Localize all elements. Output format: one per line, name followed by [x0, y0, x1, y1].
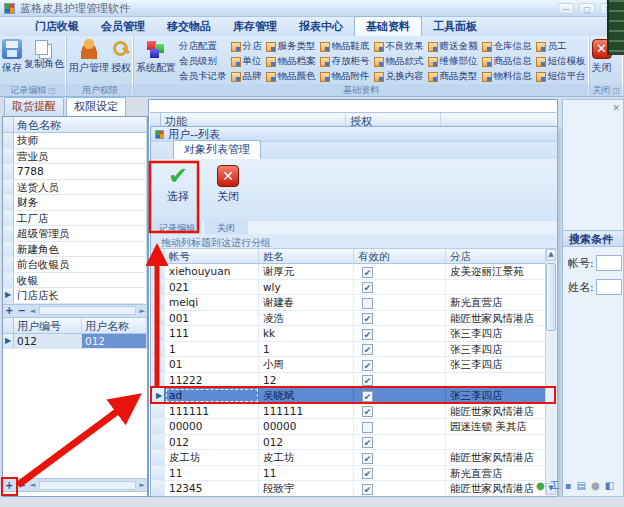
user-table-row[interactable]: 001凌浩能匠世家风情港店	[152, 311, 545, 327]
user-table-row[interactable]: ▶ad吴晓斌张三李四店	[152, 388, 545, 404]
checkbox-icon[interactable]	[362, 422, 373, 433]
user-table-row[interactable]: xiehouyuan谢厚元皮美迩丽江景苑	[152, 264, 545, 280]
ribbon-item[interactable]: 商品信息	[480, 54, 534, 69]
ribbon-item[interactable]: 会员卡记录	[177, 69, 229, 84]
ribbon-item[interactable]: 物品款式	[372, 54, 426, 69]
checkbox-icon[interactable]	[362, 360, 373, 371]
user-table-row[interactable]: 01小周张三李四店	[152, 357, 545, 373]
tab-object-list[interactable]: 对象列表管理	[173, 140, 261, 159]
role-row[interactable]: 超级管理员	[3, 226, 147, 242]
panel-close-icon[interactable]: ✕	[612, 103, 620, 113]
scroll-right-icon[interactable]: ►	[140, 481, 145, 489]
checkbox-icon[interactable]	[362, 329, 373, 340]
ribbon-item[interactable]: 不良效果	[372, 39, 426, 54]
ribbon-item[interactable]: 服务类型	[264, 39, 318, 54]
user-management-button[interactable]: 用户管理	[68, 37, 110, 75]
ribbon-item[interactable]: 物品附件	[318, 69, 372, 84]
remove-user-button[interactable]: −	[17, 480, 25, 491]
ribbon-item[interactable]: 商品类型	[426, 69, 480, 84]
checkbox-icon[interactable]	[362, 344, 373, 355]
dock-tab-permissions[interactable]: 权限设定	[66, 97, 126, 116]
column-branch[interactable]: 分店	[446, 249, 545, 263]
save-button[interactable]: 保存	[1, 37, 23, 75]
menu-tab[interactable]: 库存管理	[222, 17, 288, 36]
role-row[interactable]: 工厂店	[3, 211, 147, 227]
scroll-right-icon[interactable]: ►	[140, 307, 145, 315]
role-row[interactable]: 技师	[3, 133, 147, 149]
user-table-row[interactable]: 012012	[152, 435, 545, 451]
ribbon-item[interactable]: 物品档案	[264, 54, 318, 69]
ribbon-item[interactable]: 物品鞋底	[318, 39, 372, 54]
user-table-row[interactable]: 1111新光直营店	[152, 466, 545, 482]
scrollbar-thumb[interactable]	[546, 263, 556, 331]
green-status-icon[interactable]: ●	[536, 480, 545, 492]
popup-close-button[interactable]: ✕ 关闭	[209, 163, 247, 221]
ribbon-item[interactable]: 单位	[229, 54, 264, 69]
ribbon-item[interactable]: 物料信息	[480, 69, 534, 84]
user-table-row[interactable]: 1122212	[152, 373, 545, 389]
name-search-input[interactable]	[596, 279, 622, 295]
scroll-left-icon[interactable]: ◄	[30, 307, 35, 315]
ribbon-item[interactable]: 存放柜号	[318, 54, 372, 69]
menu-tab[interactable]: 门店收银	[24, 17, 90, 36]
user-table-row[interactable]: 111kk张三李四店	[152, 326, 545, 342]
column-user-name[interactable]: 用户名称	[82, 318, 147, 333]
user-table-row[interactable]: 皮工坊皮工坊能匠世家风情港店	[152, 450, 545, 466]
checkbox-icon[interactable]	[362, 375, 373, 386]
user-table-row[interactable]: 021wly	[152, 280, 545, 296]
scroll-left-icon[interactable]: ◄	[30, 481, 35, 489]
role-row[interactable]: ▶门店店长	[3, 288, 147, 304]
add-user-button[interactable]: +	[5, 480, 13, 491]
user-table-row[interactable]: 111111111111能匠世家风情港店	[152, 404, 545, 420]
checkbox-icon[interactable]	[362, 298, 373, 309]
user-row[interactable]: ▶ 012 012	[3, 334, 147, 350]
role-row[interactable]: 7788	[3, 164, 147, 180]
ribbon-item[interactable]: 赠送金额	[426, 39, 480, 54]
scroll-up-icon[interactable]: ▲	[546, 249, 556, 261]
checkbox-icon[interactable]	[362, 391, 373, 402]
ribbon-item[interactable]: 分店配置	[177, 39, 229, 54]
menu-tab[interactable]: 工具面板	[422, 17, 488, 36]
ribbon-item[interactable]: 员工	[534, 39, 588, 54]
user-table-row[interactable]: 0000000000园迷连锁 美其店	[152, 419, 545, 435]
authorize-button[interactable]: 授权	[110, 37, 132, 75]
group-by-band[interactable]: 拖动列标题到这进行分组	[151, 234, 557, 249]
blue-partial-icon[interactable]: ◧	[605, 480, 614, 492]
dot-icon[interactable]: ▪	[565, 480, 572, 492]
select-button[interactable]: ✔ 选择	[159, 163, 197, 221]
column-user-id[interactable]: 用户编号	[14, 318, 82, 333]
column-function[interactable]: 功能	[161, 113, 346, 127]
checkbox-icon[interactable]	[362, 437, 373, 448]
menu-tab[interactable]: 报表中心	[288, 17, 354, 36]
ribbon-item[interactable]: 分店	[229, 39, 264, 54]
ribbon-item[interactable]: 物品颜色	[264, 69, 318, 84]
menu-tab[interactable]: 移交物品	[156, 17, 222, 36]
ribbon-item[interactable]: 会员级别	[177, 54, 229, 69]
ribbon-item[interactable]: 品牌	[229, 69, 264, 84]
checkbox-icon[interactable]	[362, 267, 373, 278]
role-row[interactable]: 新建角色	[3, 242, 147, 258]
ribbon-item[interactable]: 短信模板	[534, 54, 588, 69]
dock-tab-pickup[interactable]: 取货提醒	[4, 97, 64, 116]
column-name[interactable]: 姓名	[259, 249, 354, 263]
role-row[interactable]: 送货人员	[3, 180, 147, 196]
user-table-row[interactable]: 12345段致宇能匠世家风情港店	[152, 481, 545, 496]
column-account[interactable]: 帐号	[165, 249, 259, 263]
dialog-launcher-icon[interactable]: ◳	[48, 86, 56, 95]
keyboard-icon[interactable]: ▤	[577, 480, 586, 492]
vertical-scrollbar[interactable]: ▲ ▼	[545, 249, 556, 495]
role-row[interactable]: 收银	[3, 273, 147, 289]
checkbox-icon[interactable]	[362, 484, 373, 495]
remove-role-button[interactable]: −	[17, 305, 25, 316]
checkbox-icon[interactable]	[362, 468, 373, 479]
gray-ball-icon[interactable]: ●	[591, 480, 600, 492]
ribbon-item[interactable]: 短信平台	[534, 69, 588, 84]
ribbon-item[interactable]: 仓库信息	[480, 39, 534, 54]
blue-tool-icon[interactable]: 工	[550, 480, 560, 492]
user-table-row[interactable]: 11张三李四店	[152, 342, 545, 358]
column-auth[interactable]: 授权	[346, 113, 441, 127]
ribbon-item[interactable]: 维修部位	[426, 54, 480, 69]
checkbox-icon[interactable]	[362, 453, 373, 464]
checkbox-icon[interactable]	[362, 313, 373, 324]
column-role-name[interactable]: 角色名称	[14, 117, 147, 132]
